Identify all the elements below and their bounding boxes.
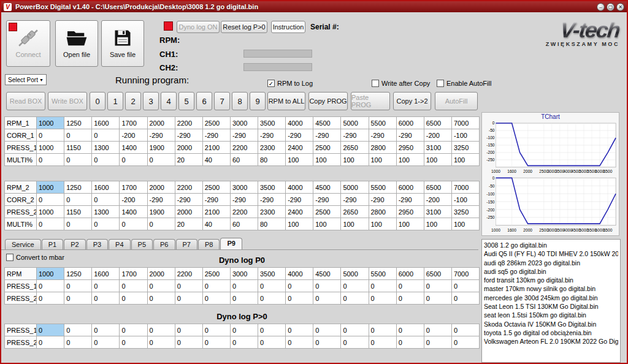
table-cell[interactable]: 0: [396, 324, 424, 336]
table-cell[interactable]: 2650: [341, 206, 369, 218]
table-cell[interactable]: 0: [120, 280, 147, 292]
table-cell[interactable]: 0: [230, 280, 258, 292]
digit-button[interactable]: 7: [214, 92, 230, 110]
table-cell[interactable]: 60: [230, 154, 258, 166]
table-cell[interactable]: -290: [175, 129, 202, 142]
table-cell[interactable]: -290: [369, 129, 396, 142]
file-list-item[interactable]: toyota 1.5 go digital od obciążenia.bin: [484, 328, 618, 337]
table-cell[interactable]: 6500: [424, 181, 451, 194]
table-cell[interactable]: -290: [341, 194, 369, 206]
table-cell[interactable]: 6000: [396, 181, 424, 194]
table-cell[interactable]: 2000: [147, 268, 175, 280]
table-cell[interactable]: 100: [286, 154, 313, 166]
table-cell[interactable]: 3500: [258, 117, 286, 129]
table-cell[interactable]: 0: [369, 280, 396, 292]
table-cell[interactable]: 2200: [175, 268, 202, 280]
table-cell[interactable]: 0: [120, 336, 147, 349]
table-cell[interactable]: 6500: [424, 117, 451, 129]
table-cell[interactable]: 1600: [92, 181, 120, 194]
table-cell[interactable]: 1000: [37, 181, 64, 194]
table-cell[interactable]: 2500: [202, 117, 230, 129]
save-file-button[interactable]: Save file: [101, 20, 144, 67]
table-cell[interactable]: 2300: [258, 142, 286, 154]
table-cell[interactable]: 2200: [230, 142, 258, 154]
table-cell[interactable]: 0: [37, 336, 64, 349]
table-cell[interactable]: 2950: [396, 142, 424, 154]
table-cell[interactable]: 0: [37, 129, 64, 142]
table-cell[interactable]: 0: [202, 336, 230, 349]
table-cell[interactable]: 1250: [64, 181, 92, 194]
table-cell[interactable]: 2100: [202, 142, 230, 154]
table-cell[interactable]: 0: [202, 324, 230, 336]
table-cell[interactable]: 2100: [202, 206, 230, 218]
table-cell[interactable]: 0: [451, 280, 479, 292]
table-cell[interactable]: 2000: [147, 181, 175, 194]
table-cell[interactable]: 0: [147, 280, 175, 292]
table-cell[interactable]: 0: [120, 292, 147, 305]
table-cell[interactable]: 7000: [451, 268, 479, 280]
table-cell[interactable]: 100: [313, 154, 341, 166]
table-cell[interactable]: 0: [369, 336, 396, 349]
table-cell[interactable]: 3000: [230, 181, 258, 194]
digit-button[interactable]: 8: [232, 92, 248, 110]
table-cell[interactable]: 0: [424, 336, 451, 349]
table-cell[interactable]: 3100: [424, 206, 451, 218]
minimize-button[interactable]: –: [597, 3, 605, 11]
table-cell[interactable]: 0: [147, 292, 175, 305]
table-cell[interactable]: 1300: [92, 206, 120, 218]
table-cell[interactable]: 0: [424, 292, 451, 305]
table-cell[interactable]: 0: [120, 324, 147, 336]
table-cell[interactable]: 0: [230, 324, 258, 336]
table-cell[interactable]: 1300: [92, 142, 120, 154]
maximize-button[interactable]: ▢: [607, 3, 615, 11]
table-cell[interactable]: 2800: [369, 206, 396, 218]
table-cell[interactable]: 0: [341, 280, 369, 292]
table-cell[interactable]: 2500: [202, 268, 230, 280]
table-cell[interactable]: -290: [202, 194, 230, 206]
table-cell[interactable]: 80: [258, 154, 286, 166]
digit-button[interactable]: 5: [178, 92, 194, 110]
table-cell[interactable]: 0: [92, 292, 120, 305]
table-cell[interactable]: 2500: [313, 142, 341, 154]
table-cell[interactable]: 100: [341, 218, 369, 230]
table-cell[interactable]: -290: [202, 129, 230, 142]
file-list-item[interactable]: Skoda Octavia IV 150KM Go Digital.bin: [484, 320, 618, 328]
table-cell[interactable]: 60: [230, 218, 258, 230]
digit-button[interactable]: 4: [161, 92, 177, 110]
table-cell[interactable]: 0: [37, 218, 64, 230]
table-cell[interactable]: 0: [396, 292, 424, 305]
table-cell[interactable]: 3100: [424, 142, 451, 154]
table-cell[interactable]: 0: [92, 154, 120, 166]
table-cell[interactable]: -290: [258, 129, 286, 142]
table-cell[interactable]: 0: [258, 336, 286, 349]
table-cell[interactable]: 0: [202, 292, 230, 305]
table-cell[interactable]: 0: [175, 336, 202, 349]
table-cell[interactable]: 4500: [313, 117, 341, 129]
table-cell[interactable]: 0: [37, 154, 64, 166]
table-cell[interactable]: 100: [396, 218, 424, 230]
table-cell[interactable]: 5000: [341, 181, 369, 194]
table-cell[interactable]: 1000: [37, 117, 64, 129]
table-cell[interactable]: 1250: [64, 117, 92, 129]
table-cell[interactable]: 4500: [313, 181, 341, 194]
table-cell[interactable]: 7000: [451, 181, 479, 194]
table-cell[interactable]: 1700: [120, 268, 147, 280]
table-cell[interactable]: 0: [92, 129, 120, 142]
table-cell[interactable]: 7000: [451, 117, 479, 129]
table-cell[interactable]: 0: [341, 292, 369, 305]
close-button[interactable]: ✕: [616, 3, 624, 11]
table-cell[interactable]: 0: [64, 336, 92, 349]
table-cell[interactable]: 100: [369, 154, 396, 166]
table-cell[interactable]: 0: [230, 336, 258, 349]
table-cell[interactable]: 0: [258, 324, 286, 336]
table-cell[interactable]: -200: [120, 194, 147, 206]
table-cell[interactable]: 0: [313, 292, 341, 305]
write-box-button[interactable]: Write BOX: [48, 92, 87, 110]
table-cell[interactable]: 0: [64, 292, 92, 305]
table-cell[interactable]: 0: [37, 194, 64, 206]
table-cell[interactable]: 5500: [369, 268, 396, 280]
table-cell[interactable]: -290: [396, 129, 424, 142]
table-cell[interactable]: 100: [424, 154, 451, 166]
table-cell[interactable]: 80: [258, 218, 286, 230]
tab[interactable]: P7: [176, 239, 197, 249]
